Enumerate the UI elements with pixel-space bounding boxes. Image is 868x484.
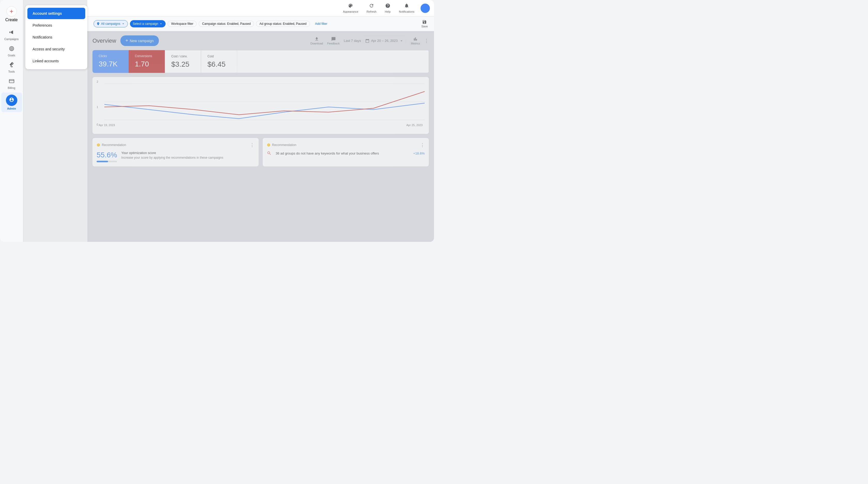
top-bar: Appearance Refresh Help <box>87 0 434 17</box>
refresh-button[interactable]: Refresh <box>365 2 379 14</box>
refresh-icon <box>369 3 374 9</box>
metric-clicks: Clicks 39.7K <box>92 50 129 73</box>
recommendation-card-2: Recommendation ⋮ 36 ad groups do not hav… <box>263 138 429 167</box>
campaigns-label: Campaigns <box>4 37 19 40</box>
help-icon <box>385 3 390 9</box>
download-label: Download <box>310 42 323 45</box>
chart-svg <box>104 81 425 122</box>
svg-point-2 <box>11 48 12 49</box>
sidebar-item-admin[interactable]: Admin <box>1 92 22 112</box>
adgroup-status-chip[interactable]: Ad group status: Enabled, Paused <box>256 21 310 27</box>
sidebar-item-campaigns[interactable]: Campaigns <box>1 27 22 43</box>
recommendation-card-1: Recommendation ⋮ 55.6% <box>92 138 258 167</box>
notifications-button[interactable]: Notifications <box>397 2 416 14</box>
download-button[interactable]: Download <box>310 37 323 45</box>
date-info: Last 7 days Apr 20 – 26, 2023 <box>344 37 407 45</box>
dropdown-linked-accounts[interactable]: Linked accounts <box>27 55 85 67</box>
refresh-label: Refresh <box>367 10 377 13</box>
notifications-label: Notifications <box>399 10 414 13</box>
sidebar-item-tools[interactable]: Tools <box>1 60 22 75</box>
dropdown-preferences[interactable]: Preferences <box>27 20 85 31</box>
rec-1-title: Your optimization score <box>121 151 254 155</box>
tools-label: Tools <box>8 70 15 73</box>
new-campaign-label: New campaign <box>130 39 154 43</box>
rec-1-body: Increase your score by applying the reco… <box>121 156 254 159</box>
cost-conv-label: Cost / conv. <box>171 55 194 58</box>
metrics-spacer <box>237 50 429 73</box>
cost-label: Cost <box>208 55 231 58</box>
rec-header-1: Recommendation ⋮ <box>97 142 254 148</box>
chart-x-end: Apr 25, 2023 <box>406 123 423 127</box>
metrics-button[interactable]: Metrics <box>411 37 420 45</box>
clicks-value: 39.7K <box>99 60 122 68</box>
y-label-1: 1 <box>97 105 98 109</box>
date-range-button[interactable]: Apr 20 – 26, 2023 <box>362 37 407 45</box>
appearance-button[interactable]: Appearance <box>341 2 361 14</box>
rec-2-change: +18.6% <box>413 151 425 155</box>
last-period-label: Last 7 days <box>344 39 361 43</box>
main-content: Appearance Refresh Help <box>87 0 434 242</box>
plus-icon: + <box>126 38 128 43</box>
score-bar <box>97 161 117 162</box>
help-label: Help <box>385 10 391 13</box>
dropdown-account-settings[interactable]: Account settings <box>27 8 85 19</box>
campaigns-icon <box>9 29 14 36</box>
filter-bar: All campaigns Select a campaign Workspac… <box>87 17 434 31</box>
chart-x-labels: Apr 19, 2023 Apr 25, 2023 <box>97 123 425 127</box>
dropdown-panel: Account settings Preferences Notificatio… <box>25 5 87 69</box>
create-icon: + <box>6 6 17 17</box>
user-avatar[interactable] <box>421 4 430 13</box>
search-warning-icon <box>267 151 272 156</box>
dropdown-access-security[interactable]: Access and security <box>27 43 85 55</box>
sidebar-item-goals[interactable]: Goals <box>1 44 22 59</box>
metric-cost-conv: Cost / conv. $3.25 <box>165 50 201 73</box>
date-range-value: Apr 20 – 26, 2023 <box>371 39 398 43</box>
feedback-button[interactable]: Feedback <box>327 37 339 45</box>
campaigns-dropdown[interactable]: Select a campaign <box>130 20 166 27</box>
campaign-sub-label: Select a campaign <box>133 22 158 26</box>
workspace-dropdown[interactable]: All campaigns <box>94 20 128 27</box>
dashboard-header: Overview + New campaign Download <box>92 35 429 46</box>
recommendations-row: Recommendation ⋮ 55.6% <box>92 138 429 167</box>
save-button[interactable]: Save <box>419 19 430 29</box>
overview-title: Overview <box>92 37 116 44</box>
more-options-icon[interactable]: ⋮ <box>424 38 429 44</box>
cost-conv-value: $3.25 <box>171 60 194 68</box>
y-label-2: 2 <box>97 80 98 83</box>
appearance-label: Appearance <box>343 10 358 13</box>
left-sidebar: + Create Campaigns Goals <box>0 0 23 242</box>
conversions-label: Conversions <box>135 54 159 58</box>
sidebar-item-billing[interactable]: Billing <box>1 76 22 91</box>
y-label-0: 0 <box>97 123 98 126</box>
metrics-row: Clicks 39.7K Conversions 1.70 Cost / con… <box>92 50 429 73</box>
app-container: + Create Campaigns Goals <box>0 0 434 242</box>
metrics-label: Metrics <box>411 42 420 45</box>
new-campaign-button[interactable]: + New campaign <box>120 35 159 46</box>
help-button[interactable]: Help <box>382 2 393 14</box>
create-label: Create <box>5 18 18 22</box>
rec-2-title: 36 ad groups do not have any keywords fo… <box>276 151 409 155</box>
score-fill <box>97 161 108 162</box>
svg-rect-3 <box>9 80 14 83</box>
rec-header-2: Recommendation ⋮ <box>267 142 425 148</box>
metric-conversions: Conversions 1.70 <box>129 50 165 73</box>
billing-label: Billing <box>8 86 15 89</box>
chart-x-start: Apr 19, 2023 <box>99 123 115 127</box>
rec-2-more-icon[interactable]: ⋮ <box>420 142 425 148</box>
tools-icon <box>9 62 14 69</box>
cost-value: $6.45 <box>208 60 231 68</box>
add-filter-button[interactable]: Add filter <box>312 21 331 27</box>
campaign-status-chip[interactable]: Campaign status: Enabled, Paused <box>199 21 254 27</box>
workspace-filter-chip[interactable]: Workspace filter <box>168 21 196 27</box>
dropdown-notifications[interactable]: Notifications <box>27 32 85 43</box>
billing-icon <box>9 78 14 85</box>
conversions-value: 1.70 <box>135 60 159 68</box>
admin-icon-bg <box>6 95 17 106</box>
create-button[interactable]: + Create <box>3 4 20 24</box>
dashboard: Overview + New campaign Download <box>87 31 434 171</box>
admin-icon <box>9 97 14 103</box>
clicks-label: Clicks <box>99 54 122 58</box>
metric-cost: Cost $6.45 <box>201 50 237 73</box>
rec-1-score: 55.6% <box>97 151 117 159</box>
rec-1-more-icon[interactable]: ⋮ <box>250 142 254 148</box>
